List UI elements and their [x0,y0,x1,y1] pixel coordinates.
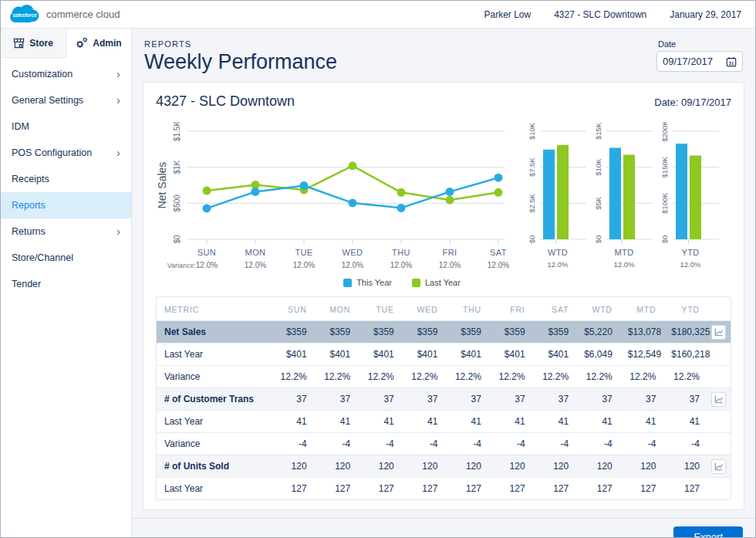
chart-link-button[interactable] [711,392,726,407]
value-cell: 37 [271,388,315,411]
bar-last-year [557,145,569,239]
column-header: YTD [663,297,707,321]
svg-text:$10K: $10K [528,122,536,140]
sidebar-menu: Customization›General Settings›IDMPOS Co… [1,58,131,297]
value-cell: -4 [315,433,359,455]
y-tick-labels: $0$100K$150K$200K [660,122,669,243]
table-row: Last Year127127127127127127127127127127 [157,478,731,500]
sidebar-item-tender[interactable]: Tender [1,271,131,297]
sidebar-item-returns[interactable]: Returns› [1,218,131,245]
svg-text:$0: $0 [528,235,536,244]
value-cell: -4 [576,433,620,455]
svg-text:$1K: $1K [173,160,181,174]
value-cell: $359 [402,321,446,343]
y-tick-labels: $0$5K$10K$15K [594,122,602,243]
metric-cell: Last Year [157,478,271,500]
sidebar-item-pos-configuration[interactable]: POS Configuration› [1,140,131,166]
value-cell: 37 [402,388,446,411]
data-point [446,196,454,205]
column-header: WTD [576,297,620,321]
net-sales-line-chart: $0$500$1K$1.5KNet SalesSUN12.0%MON12.0%T… [156,122,509,273]
value-cell: 127 [358,478,402,500]
report-card: 4327 - SLC Downtown Date: 09/17/2017 $0$… [143,82,744,510]
icon-cell [707,321,731,343]
bar-chart-mtd: $0$5K$10K$15KMTD12.0% [592,122,654,273]
logo-text: salesforce [12,12,37,18]
date-input[interactable]: 09/17/2017 31 [656,51,743,72]
sidebar-item-reports[interactable]: Reports [1,192,131,218]
store-selector[interactable]: 4327 - SLC Downtown [554,9,646,20]
date-field: Date 09/17/2017 31 [656,39,743,72]
metrics-table: METRICSUNMONTUEWEDTHUFRISATWTDMTDYTD Net… [157,297,731,499]
tab-store[interactable]: Store [1,29,66,58]
chart-link-button[interactable] [711,459,726,474]
sidebar-item-idm[interactable]: IDM [1,113,131,140]
chart-link-button[interactable] [711,325,726,340]
value-cell: 127 [620,478,664,500]
sidebar-item-store-channel[interactable]: Store/Channel [1,245,131,271]
value-cell: 37 [445,388,489,411]
bar-chart-wtd: $0$2.5K$7.5K$10KWTD12.0% [526,122,588,273]
value-cell: 37 [533,388,577,411]
brand: salesforce commerce cloud [8,4,120,25]
user-name[interactable]: Parker Low [484,9,531,20]
value-cell: -4 [271,433,315,455]
gears-icon [76,37,88,49]
value-cell: 127 [402,478,446,500]
svg-text:12.0%: 12.0% [488,261,509,269]
value-cell: 41 [576,411,620,433]
value-cell: 120 [620,455,664,478]
value-cell: $401 [271,343,315,366]
value-cell: $401 [533,343,577,366]
sidebar-item-general-settings[interactable]: General Settings› [1,87,131,113]
svg-text:$15K: $15K [594,122,602,140]
value-cell: 41 [315,411,359,433]
sidebar-item-customization[interactable]: Customization› [1,61,131,87]
tab-label: Store [29,38,53,49]
svg-text:12.0%: 12.0% [342,261,363,269]
value-cell: 37 [358,388,402,411]
value-cell: 12.2% [576,366,620,388]
svg-text:$5K: $5K [594,196,602,210]
value-cell: $359 [271,321,315,343]
svg-text:SUN: SUN [197,248,216,257]
chevron-right-icon: › [116,96,120,104]
sidebar-item-label: Returns [12,226,46,237]
salesforce-logo-icon: salesforce [8,4,41,25]
value-cell: 120 [576,455,620,478]
value-cell: 12.2% [358,366,402,388]
value-cell: 41 [402,411,446,433]
chevron-right-icon: › [116,228,120,235]
icon-cell [707,366,731,388]
report-card-header: 4327 - SLC Downtown Date: 09/17/2017 [156,93,731,110]
svg-text:31: 31 [729,61,734,66]
legend-swatch [343,279,352,287]
table-row: Last Year$401$401$401$401$401$401$401$6,… [157,343,731,366]
export-button[interactable]: Export [673,526,743,538]
svg-text:12.0%: 12.0% [196,261,218,269]
tab-admin[interactable]: Admin [66,29,131,58]
sidebar-item-label: Customization [12,69,73,80]
value-cell: $401 [489,343,533,366]
column-header: WED [402,297,446,321]
topbar: salesforce commerce cloud Parker Low 432… [1,1,755,29]
svg-text:$0: $0 [594,235,602,244]
value-cell: 12.2% [620,366,664,388]
icon-cell [707,478,731,500]
legend-swatch [412,279,420,287]
svg-text:TUE: TUE [295,248,312,257]
svg-text:$2.5K: $2.5K [528,193,536,212]
page-title: Weekly Performance [144,50,337,74]
charts-row: $0$500$1K$1.5KNet SalesSUN12.0%MON12.0%T… [156,122,731,276]
value-cell: $359 [489,321,533,343]
legend-label: Last Year [425,278,461,287]
value-cell: 37 [315,388,359,411]
legend-item-last-year: Last Year [412,278,461,287]
value-cell: -4 [358,433,402,455]
value-cell: -4 [620,433,664,455]
icon-column-header [707,297,731,321]
svg-text:12.0%: 12.0% [439,261,461,269]
column-header: MON [315,297,359,321]
value-cell: $401 [402,343,446,366]
sidebar-item-receipts[interactable]: Receipts [1,166,131,192]
